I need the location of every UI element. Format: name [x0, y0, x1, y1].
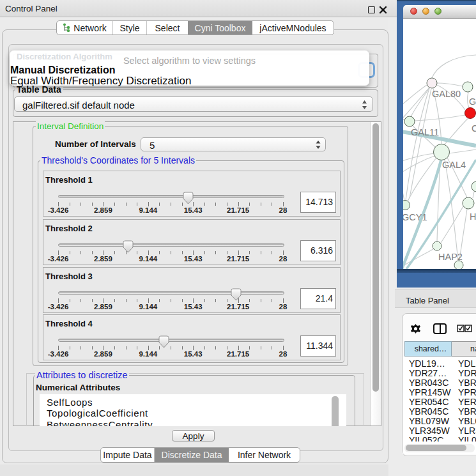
svg-text:GAL4: GAL4 — [442, 160, 466, 170]
svg-text:GCY1: GCY1 — [403, 212, 427, 222]
svg-text:HAP2: HAP2 — [438, 252, 463, 262]
svg-text:H: H — [470, 211, 476, 222]
svg-text:C: C — [472, 123, 476, 134]
svg-text:GA: GA — [469, 96, 476, 107]
svg-text:GAL11: GAL11 — [411, 127, 439, 137]
svg-text:GAL80: GAL80 — [432, 89, 461, 99]
